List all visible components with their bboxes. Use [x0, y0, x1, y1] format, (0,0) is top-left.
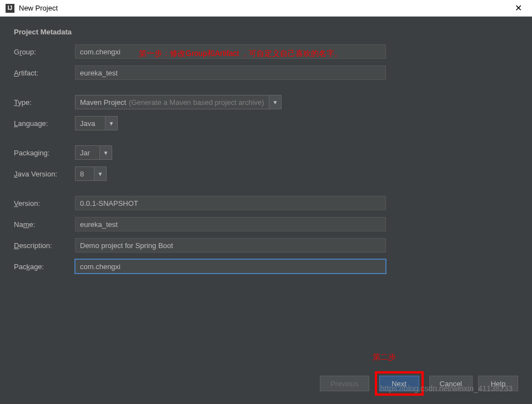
help-button[interactable]: Help — [478, 376, 518, 391]
row-name: Name: — [14, 217, 518, 231]
button-bar: Previous Next Cancel Help — [320, 371, 518, 396]
label-name: Name: — [14, 220, 75, 229]
label-group: Group: — [14, 48, 75, 56]
row-artifact: Artifact: — [14, 65, 518, 80]
packaging-select[interactable]: Jar ▼ — [75, 145, 112, 160]
label-language: Language: — [14, 119, 75, 128]
close-icon[interactable]: ✕ — [510, 3, 526, 13]
row-language: Language: Java ▼ — [14, 116, 518, 130]
chevron-down-icon[interactable]: ▼ — [100, 145, 112, 160]
version-input[interactable] — [75, 196, 386, 210]
language-select[interactable]: Java ▼ — [75, 116, 118, 130]
package-input[interactable] — [75, 259, 386, 274]
label-package: Package: — [14, 262, 75, 271]
annotation-step1: 第一步：修改Group和Artifact ，可自定义自己喜欢的名字。 — [139, 49, 342, 59]
row-type: Type: Maven Project (Generate a Maven ba… — [14, 95, 518, 109]
artifact-input[interactable] — [75, 65, 386, 80]
chevron-down-icon[interactable]: ▼ — [106, 116, 118, 130]
label-artifact: Artifact: — [14, 69, 75, 77]
row-packaging: Packaging: Jar ▼ — [14, 145, 518, 160]
row-description: Description: — [14, 238, 518, 252]
description-input[interactable] — [75, 238, 386, 252]
window-title: New Project — [19, 4, 58, 12]
chevron-down-icon[interactable]: ▼ — [269, 95, 282, 109]
titlebar: IJ New Project ✕ — [0, 0, 532, 17]
label-description: Description: — [14, 241, 75, 250]
label-version: Version: — [14, 199, 75, 208]
row-package: Package: — [14, 259, 518, 274]
section-header: Project Metadata — [14, 28, 518, 36]
cancel-button[interactable]: Cancel — [429, 376, 473, 391]
row-java-version: Java Version: 8 ▼ — [14, 166, 518, 181]
chevron-down-icon[interactable]: ▼ — [94, 166, 107, 181]
next-button[interactable]: Next — [379, 376, 419, 391]
previous-button[interactable]: Previous — [320, 376, 369, 391]
row-version: Version: — [14, 196, 518, 210]
dialog-body: Project Metadata 第一步：修改Group和Artifact ，可… — [0, 17, 532, 404]
annotation-step2: 第二步 — [373, 352, 396, 362]
name-input[interactable] — [75, 217, 386, 231]
label-java-version: Java Version: — [14, 170, 75, 178]
label-packaging: Packaging: — [14, 149, 75, 157]
label-type: Type: — [14, 98, 75, 107]
annotation-highlight-box: Next — [375, 371, 424, 396]
type-select[interactable]: Maven Project (Generate a Maven based pr… — [75, 95, 282, 109]
java-version-select[interactable]: 8 ▼ — [75, 166, 107, 181]
app-icon: IJ — [6, 4, 14, 13]
